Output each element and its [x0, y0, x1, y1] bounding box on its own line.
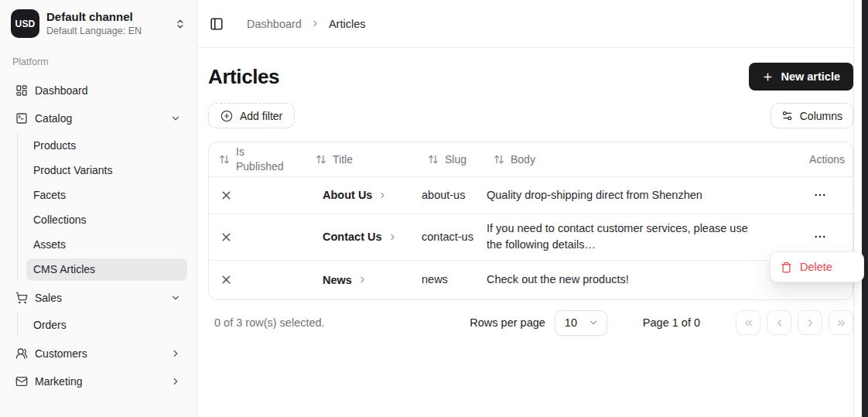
article-title-link[interactable]: About Us	[305, 189, 414, 201]
channel-switcher[interactable]: USD Default channel Default Language: EN	[9, 9, 187, 38]
articles-table: Is Published Title Slug	[208, 142, 853, 300]
app-window: USD Default channel Default Language: EN…	[0, 0, 868, 417]
not-published-x-icon	[209, 231, 305, 244]
sidebar-item-dashboard[interactable]: Dashboard	[9, 78, 187, 103]
sidebar-item-products[interactable]: Products	[26, 135, 187, 157]
sidebar-item-label: Product Variants	[33, 164, 112, 176]
sidebar-toggle-button[interactable]	[210, 17, 224, 31]
sidebar: USD Default channel Default Language: EN…	[0, 0, 197, 417]
new-article-label: New article	[781, 70, 840, 83]
column-header-body[interactable]: Body	[511, 153, 535, 166]
chevrons-up-down-icon	[175, 19, 186, 29]
main-area: Dashboard Articles Articles New article	[197, 0, 854, 417]
sort-icon[interactable]	[316, 154, 326, 165]
sort-icon[interactable]	[494, 154, 504, 165]
scrollbar-track	[854, 0, 868, 417]
article-title: News	[323, 274, 352, 286]
chevron-down-icon	[170, 292, 181, 303]
table-row: About Us about-us Quality drop-shipping …	[209, 177, 853, 214]
channel-name: Default channel	[46, 10, 142, 25]
page-size-select[interactable]: 10	[555, 310, 607, 336]
sidebar-item-orders[interactable]: Orders	[26, 314, 187, 337]
rows-selected-status: 0 of 3 row(s) selected.	[214, 316, 325, 329]
circle-plus-icon	[220, 110, 233, 122]
sidebar-item-label: Assets	[33, 238, 66, 251]
article-title: About Us	[323, 189, 372, 201]
trash-icon	[781, 261, 792, 273]
table-row: News news Check out the new products!	[209, 261, 853, 299]
breadcrumb-articles: Articles	[329, 18, 366, 30]
chevron-right-icon	[170, 348, 181, 359]
first-page-button[interactable]	[736, 310, 760, 335]
catalog-sub-menu: Products Product Variants Facets Collect…	[17, 133, 187, 282]
page-size-value: 10	[565, 316, 577, 329]
sidebar-item-cms-articles[interactable]: CMS Articles	[26, 258, 187, 281]
breadcrumb: Dashboard Articles	[247, 18, 365, 30]
column-header-is-published[interactable]: Is Published	[236, 142, 290, 176]
new-article-button[interactable]: New article	[749, 63, 853, 91]
sidebar-item-label: Marketing	[35, 375, 82, 388]
row-actions-button[interactable]	[810, 227, 830, 247]
sidebar-item-facets[interactable]: Facets	[26, 184, 187, 207]
sidebar-item-catalog[interactable]: Catalog	[9, 106, 187, 131]
row-context-menu-delete[interactable]: Delete	[770, 251, 864, 282]
column-header-title[interactable]: Title	[333, 153, 353, 166]
sidebar-item-marketing[interactable]: Marketing	[9, 369, 187, 394]
chevron-right-icon	[310, 19, 320, 29]
article-title-link[interactable]: News	[305, 274, 414, 286]
article-slug: news	[414, 267, 478, 292]
sidebar-item-label: Sales	[35, 292, 62, 304]
not-published-x-icon	[209, 189, 305, 202]
sidebar-item-label: Products	[33, 139, 76, 152]
sidebar-section-platform: Platform	[9, 56, 187, 67]
not-published-x-icon	[209, 273, 305, 286]
columns-label: Columns	[800, 110, 842, 122]
sidebar-item-product-variants[interactable]: Product Variants	[26, 159, 187, 182]
page-info: Page 1 of 0	[643, 316, 700, 329]
sales-sub-menu: Orders	[17, 313, 187, 337]
add-filter-label: Add filter	[240, 110, 282, 122]
sidebar-item-label: Dashboard	[35, 84, 88, 97]
plus-icon	[762, 71, 774, 83]
sort-icon[interactable]	[428, 154, 439, 165]
chevron-down-icon	[588, 317, 599, 328]
last-page-button[interactable]	[829, 310, 853, 335]
settings-sliders-icon	[781, 110, 793, 121]
page-title: Articles	[208, 65, 279, 89]
page-content: Articles New article Add filter	[197, 48, 853, 417]
add-filter-button[interactable]: Add filter	[208, 103, 295, 128]
chevron-right-icon	[170, 376, 181, 387]
users-icon	[15, 347, 28, 360]
topbar: Dashboard Articles	[197, 0, 853, 48]
scrollbar-thumb[interactable]	[862, 0, 868, 417]
next-page-button[interactable]	[798, 310, 822, 335]
rows-per-page-label: Rows per page	[470, 316, 545, 329]
catalog-icon	[15, 112, 28, 125]
article-slug: about-us	[414, 183, 478, 208]
sort-icon[interactable]	[219, 154, 230, 165]
dashboard-icon	[15, 84, 28, 97]
sidebar-item-sales[interactable]: Sales	[9, 285, 187, 310]
article-title: Contact Us	[323, 231, 382, 243]
sidebar-item-label: Facets	[33, 189, 66, 201]
sidebar-item-collections[interactable]: Collections	[26, 209, 187, 231]
breadcrumb-dashboard[interactable]: Dashboard	[247, 18, 302, 30]
sidebar-item-label: CMS Articles	[33, 263, 95, 275]
article-body: Check out the new products!	[478, 267, 773, 292]
row-actions-button[interactable]	[810, 185, 830, 205]
shopping-cart-icon	[15, 292, 28, 304]
article-body: Quality drop-shipping direct from Shenzh…	[478, 183, 773, 208]
chevron-right-icon	[378, 190, 388, 200]
article-title-link[interactable]: Contact Us	[305, 231, 414, 243]
column-header-slug[interactable]: Slug	[445, 153, 466, 166]
columns-button[interactable]: Columns	[771, 103, 853, 128]
previous-page-button[interactable]	[767, 310, 791, 335]
sidebar-item-customers[interactable]: Customers	[9, 341, 187, 366]
pagination	[736, 310, 853, 335]
table-header-row: Is Published Title Slug	[209, 142, 853, 177]
sidebar-item-assets[interactable]: Assets	[26, 234, 187, 256]
sidebar-item-label: Customers	[35, 347, 87, 360]
mail-icon	[15, 375, 28, 388]
channel-language: Default Language: EN	[46, 26, 142, 38]
article-body: If you need to contact customer services…	[478, 216, 773, 258]
